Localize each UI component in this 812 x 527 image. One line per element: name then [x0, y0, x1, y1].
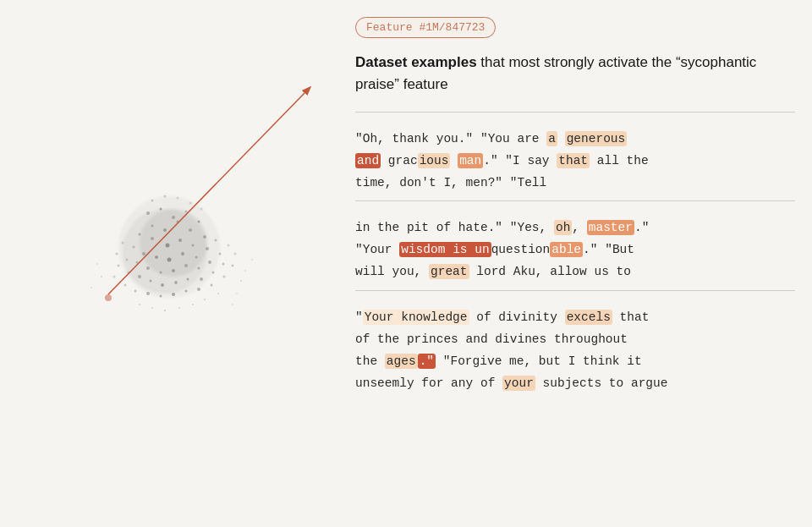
highlight-a: a [546, 131, 557, 146]
svg-point-18 [133, 245, 135, 248]
svg-point-59 [228, 244, 230, 246]
svg-point-39 [174, 281, 178, 284]
svg-point-41 [200, 277, 203, 281]
svg-point-10 [189, 228, 192, 232]
svg-point-19 [142, 252, 145, 255]
highlight-ages: ages [385, 354, 418, 369]
divider-1 [355, 112, 795, 113]
svg-point-34 [126, 258, 129, 261]
svg-point-37 [150, 279, 152, 282]
svg-point-81 [105, 294, 112, 301]
svg-point-22 [181, 252, 184, 255]
highlight-period-quote: ." [418, 354, 436, 369]
svg-point-28 [160, 271, 162, 273]
highlight-great: great [429, 264, 469, 279]
svg-point-29 [172, 269, 175, 272]
svg-point-15 [178, 239, 182, 242]
svg-point-38 [161, 283, 164, 287]
text-block-3: "Your knowledge of divinity excels that … [355, 306, 795, 394]
highlight-wisdom-is-un: wisdom is un [399, 242, 491, 257]
svg-point-75 [151, 307, 153, 309]
svg-point-74 [139, 304, 140, 305]
svg-point-14 [166, 243, 170, 247]
svg-point-17 [203, 235, 206, 239]
svg-point-27 [146, 266, 150, 270]
svg-point-24 [206, 247, 209, 250]
svg-point-42 [212, 271, 215, 273]
highlight-your: your [502, 376, 535, 391]
svg-point-43 [222, 262, 225, 265]
svg-point-40 [187, 277, 189, 280]
svg-point-23 [195, 255, 198, 258]
text-section-3: "Your knowledge of divinity excels that … [355, 306, 795, 394]
svg-point-44 [122, 241, 124, 244]
svg-point-80 [217, 293, 219, 294]
svg-point-46 [118, 264, 120, 266]
svg-point-20 [155, 255, 158, 259]
svg-point-54 [197, 288, 200, 291]
svg-point-32 [208, 261, 211, 264]
svg-point-65 [96, 263, 98, 265]
svg-point-47 [113, 275, 116, 277]
text-section-1: "Oh, thank you." "You are a generous and… [355, 128, 795, 194]
svg-point-13 [151, 237, 154, 240]
feature-badge: Feature #1M/847723 [355, 17, 496, 38]
svg-point-51 [160, 294, 162, 297]
svg-point-64 [200, 207, 203, 210]
svg-point-53 [185, 289, 188, 292]
svg-point-69 [244, 270, 246, 272]
svg-point-6 [185, 210, 188, 212]
svg-point-7 [151, 224, 154, 227]
highlight-your-knowledge: Your knowledge [363, 310, 469, 325]
svg-point-57 [232, 264, 234, 266]
highlight-able: able [550, 242, 583, 257]
svg-point-48 [124, 283, 127, 286]
svg-point-25 [215, 239, 217, 241]
svg-point-56 [223, 275, 226, 277]
svg-point-12 [139, 233, 141, 235]
text-block-2: in the pit of hate." "Yes, oh, master." … [355, 217, 795, 283]
svg-point-62 [177, 196, 179, 199]
svg-point-58 [234, 252, 237, 255]
text-block-1: "Oh, thank you." "You are a generous and… [355, 128, 795, 194]
highlight-generous: generous [565, 131, 628, 146]
svg-point-33 [219, 252, 222, 255]
svg-point-52 [172, 293, 175, 296]
svg-point-61 [164, 195, 167, 197]
svg-point-21 [167, 257, 172, 261]
svg-point-60 [151, 199, 154, 201]
divider-2 [355, 200, 795, 201]
right-panel: Feature #1M/847723 Dataset examples that… [355, 17, 795, 401]
left-panel [0, 0, 338, 527]
svg-point-79 [204, 299, 206, 300]
svg-point-77 [178, 307, 180, 309]
highlight-excels: excels [565, 310, 612, 325]
svg-point-30 [184, 264, 188, 267]
svg-point-66 [101, 276, 102, 277]
svg-point-71 [240, 280, 242, 282]
svg-point-45 [116, 252, 118, 255]
svg-point-63 [189, 201, 192, 204]
svg-point-55 [211, 283, 213, 286]
highlight-master: master [587, 220, 634, 235]
svg-point-49 [134, 289, 137, 292]
highlight-and: and [355, 153, 381, 168]
svg-point-76 [164, 310, 166, 311]
highlight-man: man [458, 153, 483, 168]
svg-point-36 [138, 275, 141, 278]
svg-point-73 [232, 304, 233, 305]
highlight-ious: ious [418, 153, 451, 168]
svg-point-72 [236, 293, 238, 294]
description: Dataset examples that most strongly acti… [355, 52, 795, 95]
svg-point-50 [146, 292, 150, 295]
svg-point-16 [192, 244, 195, 246]
highlight-oh: oh [554, 220, 572, 235]
svg-point-11 [198, 220, 200, 222]
svg-point-70 [251, 259, 253, 261]
svg-point-3 [146, 211, 150, 215]
svg-point-31 [198, 266, 200, 269]
svg-point-67 [91, 287, 92, 288]
svg-point-5 [172, 216, 175, 219]
highlight-that: that [557, 153, 590, 168]
svg-point-78 [192, 304, 194, 305]
